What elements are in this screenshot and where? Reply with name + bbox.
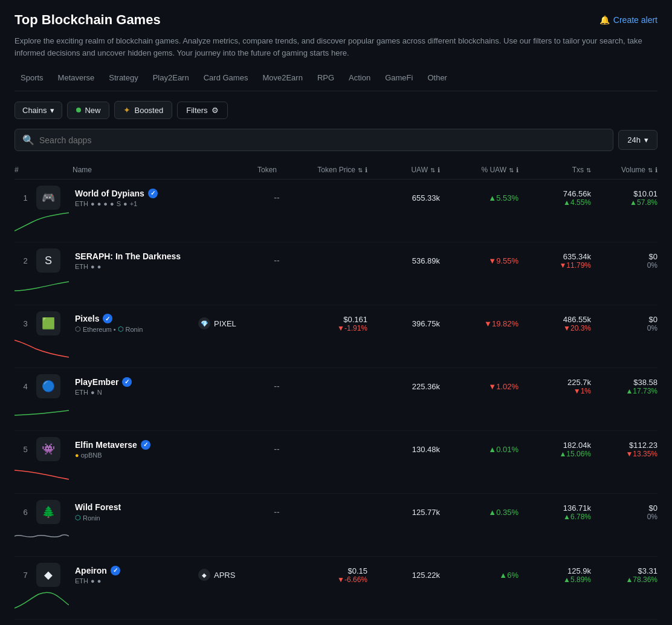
game-name: PlayEmber ✓ [75,377,198,387]
token-price-col: - [277,381,367,391]
table-header: # Name Token Token Price ⇅ ℹ UAW ⇅ ℹ % U… [15,161,657,180]
volume-change: 0% [591,513,657,521]
game-icon: 🎮 [36,186,60,210]
search-row: 🔍 24h ▾ [15,129,657,151]
row-rank: 1 [15,193,36,202]
time-label: 24h [627,135,641,144]
uaw-cell: 125.77k [367,508,440,517]
token-col: - [198,444,277,454]
category-tab-gamefi[interactable]: GameFi [379,71,419,85]
table-row[interactable]: 6 🌲 Wild Forest ⬡Ronin - - 125.77k ▲0.35… [15,494,657,557]
row-rank: 4 [15,382,36,391]
txs-value: 225.7k [519,378,591,387]
volume-value: $0 [591,252,657,261]
table-row[interactable]: 7 ◆ Apeiron ✓ ETH●● ◆ APRS $0.15 ▼-6.66%… [15,557,657,620]
txs-change: ▲5.89% [519,575,591,584]
table-row[interactable]: 5 👾 Elfin Metaverse ✓ ●opBNB - - 130.48k… [15,431,657,494]
volume-value: $10.01 [591,189,657,198]
category-tab-play2earn[interactable]: Play2Earn [147,71,195,85]
page-header: Top Blockchain Games 🔔 Create alert [15,12,657,28]
col-volume: Volume ⇅ ℹ [591,166,657,174]
table-row[interactable]: 8 🌐 Alien Worlds ✓ ■WAX • ●BNB Smart Cha… [15,620,657,625]
filters-button[interactable]: Filters ⚙ [177,102,227,119]
pct-uaw-cell: ▲6% [440,571,519,580]
txs-cell: 182.04k ▲15.06% [519,441,591,458]
category-tab-other[interactable]: Other [421,71,453,85]
new-dot-icon [76,108,81,112]
volume-cell: $112.23 ▼13.35% [591,441,657,458]
category-tab-move2earn[interactable]: Move2Earn [256,71,308,85]
chains-dropdown[interactable]: Chains ▾ [15,102,62,119]
table-row[interactable]: 1 🎮 World of Dypians ✓ ETH●●●●S●+1 - - 6… [15,180,657,242]
volume-change: ▲17.73% [591,387,657,395]
game-info: PlayEmber ✓ ETH●N [73,377,198,396]
category-tab-action[interactable]: Action [343,71,376,85]
token-col: - [198,256,277,265]
verified-badge: ✓ [148,189,158,198]
game-icon: 🟩 [36,311,60,335]
table-row[interactable]: 2 S SERAPH: In The Darkness ETH●● - - 53… [15,242,657,305]
filter-label: Filters [186,106,207,115]
boosted-filter-button[interactable]: ✦ Boosted [114,101,172,119]
search-input[interactable] [39,135,606,145]
token-price-value: $0.161 [277,315,367,324]
sparkline-cell [15,335,36,361]
table-row[interactable]: 4 🔵 PlayEmber ✓ ETH●N - - 225.36k ▼1.02%… [15,368,657,431]
col-uaw: UAW ⇅ ℹ [367,166,440,174]
category-tab-sports[interactable]: Sports [15,71,50,85]
chain-icons: ETH●● [75,263,198,270]
category-tab-strategy[interactable]: Strategy [103,71,144,85]
token-icon: 💎 [198,317,210,329]
verified-badge: ✓ [111,566,120,575]
token-price-col: - [277,256,367,265]
txs-value: 182.04k [519,441,591,450]
game-name: World of Dypians ✓ [75,189,198,198]
volume-value: $3.31 [591,566,657,575]
sparkline-chart [15,335,69,360]
token-price-cell: $0.161 ▼-1.91% [277,315,367,332]
col-pct-uaw: % UAW ⇅ ℹ [440,166,519,174]
verified-badge: ✓ [103,314,112,323]
chevron-down-icon: ▾ [50,106,54,115]
game-info: Wild Forest ⬡Ronin [73,502,198,522]
category-tab-card games[interactable]: Card Games [198,71,254,85]
token-cell: ◆ APRS [198,569,277,581]
token-price-change: ▼-1.91% [277,324,367,332]
volume-change: ▲78.36% [591,575,657,584]
col-token-price: Token Price ⇅ ℹ [277,166,367,174]
uaw-cell: 130.48k [367,445,440,454]
row-rank: 3 [15,319,36,328]
chain-tag: ●opBNB [75,452,198,459]
category-tab-metaverse[interactable]: Metaverse [52,71,101,85]
pct-uaw-cell: ▼1.02% [440,382,519,391]
new-filter-button[interactable]: New [67,102,109,119]
token-name: PIXEL [214,319,236,328]
pct-uaw-cell: ▲0.01% [440,445,519,454]
row-rank: 5 [15,445,36,454]
uaw-cell: 125.22k [367,571,440,580]
boosted-label: Boosted [134,106,163,115]
chain-icons: ETH●● [75,577,198,585]
volume-change: 0% [591,261,657,270]
chains-label: Chains [22,106,47,115]
token-price-cell: $0.15 ▼-6.66% [277,566,367,584]
txs-value: 635.34k [519,252,591,261]
chain-tag: ⬡Ronin [75,514,198,522]
sparkline-cell [15,587,36,613]
game-icon: ◆ [36,563,60,587]
table-row[interactable]: 3 🟩 Pixels ✓ ⬡Ethereum • ⬡Ronin 💎 PIXEL … [15,305,657,368]
category-tab-rpg[interactable]: RPG [311,71,340,85]
token-price-col: $0.161 ▼-1.91% [277,315,367,332]
create-alert-button[interactable]: 🔔 Create alert [599,15,657,25]
volume-change: 0% [591,324,657,332]
volume-value: $0 [591,504,657,513]
token-col: ◆ APRS [198,569,277,581]
volume-change: ▼13.35% [591,450,657,458]
row-rank: 2 [15,256,36,265]
time-selector-button[interactable]: 24h ▾ [618,130,657,150]
row-rank: 6 [15,508,36,517]
volume-value: $38.58 [591,378,657,387]
uaw-cell: 536.89k [367,256,440,265]
token-price-dash: - [277,444,280,454]
volume-cell: $0 0% [591,252,657,270]
